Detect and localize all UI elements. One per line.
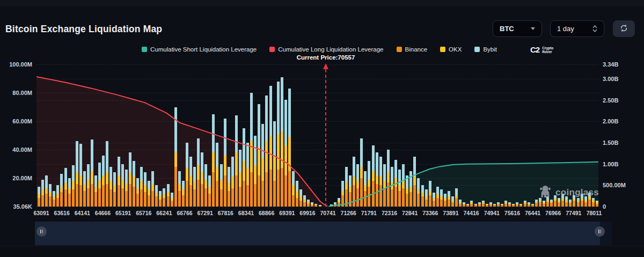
x-axis-tick: 67816 xyxy=(218,210,233,216)
x-axis-tick: 63091 xyxy=(33,210,49,216)
right-axis-tick: 0 xyxy=(603,203,606,210)
x-axis-tick: 68341 xyxy=(238,210,254,216)
x-axis-tick: 74941 xyxy=(484,210,500,216)
x-axis-tick: 66766 xyxy=(177,210,192,216)
x-axis-tick: 65716 xyxy=(136,210,151,216)
x-axis-tick: 71266 xyxy=(341,210,356,216)
x-axis-tick: 76966 xyxy=(545,210,561,216)
x-axis-tick: 78011 xyxy=(587,210,602,216)
x-axis-tick: 64141 xyxy=(75,210,90,216)
crypto-rover-logo: C2 Crypto Rover xyxy=(530,45,553,54)
left-axis-tick: 20.00M xyxy=(12,175,32,181)
x-axis-tick: 72841 xyxy=(402,210,418,216)
x-axis-tick: 70741 xyxy=(320,210,335,216)
x-axis-tick: 65191 xyxy=(115,210,131,216)
coinglass-watermark: coinglass xyxy=(539,185,599,201)
navigator-selected-range[interactable] xyxy=(35,222,600,245)
x-axis-tick: 75616 xyxy=(504,210,520,216)
crypto-rover-monogram: C2 xyxy=(530,45,539,54)
crypto-rover-text: Crypto Rover xyxy=(542,46,553,54)
left-axis-tick: 80.00M xyxy=(12,90,32,96)
x-axis-tick: 66241 xyxy=(156,210,172,216)
left-axis-tick: 100.00M xyxy=(9,61,32,68)
navigator-left-handle[interactable] xyxy=(36,226,47,237)
x-axis-tick: 63616 xyxy=(54,210,70,216)
navigator-right-handle[interactable] xyxy=(595,226,605,237)
leverage-lines xyxy=(0,0,644,257)
x-axis-tick: 71791 xyxy=(361,210,377,216)
x-axis-tick: 72316 xyxy=(382,210,397,216)
liquidation-map-panel: Bitcoin Exchange Liquidation Map BTC 1 d… xyxy=(0,0,644,257)
right-axis-tick: 2.00B xyxy=(603,118,618,124)
x-axis-tick: 73366 xyxy=(422,210,438,216)
right-axis-tick: 1.50B xyxy=(603,139,618,146)
x-axis-tick: 67291 xyxy=(197,210,213,216)
x-axis-tick: 76441 xyxy=(525,210,540,216)
right-axis-tick: 3.00B xyxy=(603,76,618,82)
right-axis-tick: 2.50B xyxy=(603,97,618,104)
x-axis-tick: 74416 xyxy=(464,210,479,216)
coinglass-watermark-text: coinglass xyxy=(555,187,599,198)
x-axis-tick: 69391 xyxy=(279,210,295,216)
right-axis-tick: 500.00M xyxy=(603,182,626,188)
right-axis-tick: 1.00B xyxy=(603,161,618,167)
x-axis-tick: 73891 xyxy=(443,210,458,216)
bottom-strip xyxy=(0,246,644,257)
coinglass-logo-icon xyxy=(539,185,552,201)
x-axis-tick: 68866 xyxy=(259,210,274,216)
x-axis-tick: 69916 xyxy=(299,210,315,216)
x-axis-tick: 77491 xyxy=(566,210,581,216)
left-axis-tick: 40.00M xyxy=(12,146,32,153)
right-axis-tick: 3.34B xyxy=(603,61,618,68)
left-axis-tick: 35.06K xyxy=(13,203,32,210)
left-axis-tick: 60.00M xyxy=(12,118,32,124)
x-axis-tick: 64666 xyxy=(95,210,111,216)
